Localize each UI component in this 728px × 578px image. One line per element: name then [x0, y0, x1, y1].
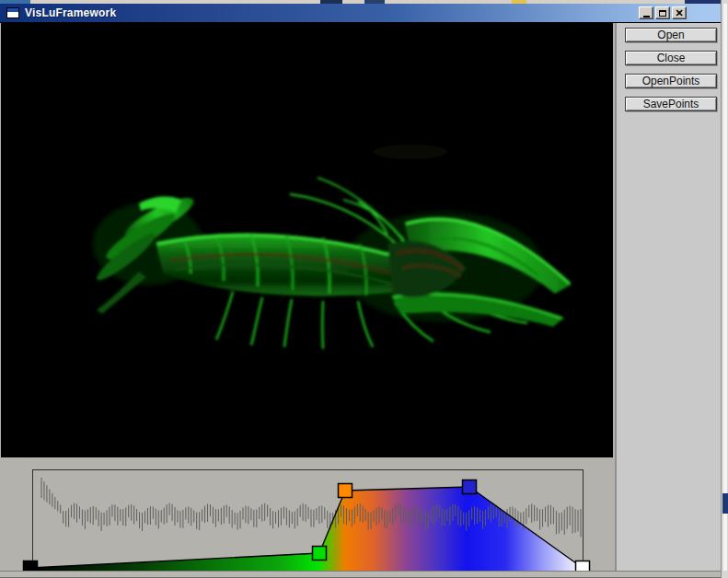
- close-icon: ✕: [675, 8, 683, 17]
- tf-control-point-blue[interactable]: [463, 480, 477, 494]
- minimize-button[interactable]: [639, 6, 653, 19]
- sidebar: OpenCloseOpenPointsSavePoints: [615, 23, 721, 571]
- open-points-button[interactable]: OpenPoints: [625, 74, 717, 88]
- tf-control-point-orange[interactable]: [339, 484, 352, 498]
- transfer-function-editor[interactable]: [0, 457, 615, 578]
- right-sliver-highlight: [723, 4, 727, 571]
- app-icon: [6, 7, 19, 18]
- close-button[interactable]: Close: [625, 51, 717, 65]
- maximize-icon: [659, 10, 666, 17]
- open-button[interactable]: Open: [625, 28, 717, 42]
- transfer-function-panel: [0, 457, 615, 578]
- lobster-rendering: [1, 23, 613, 457]
- render-viewport[interactable]: [1, 23, 613, 457]
- window-bottom-border: [0, 571, 721, 578]
- window-title: VisLuFramework: [25, 6, 116, 19]
- close-button[interactable]: ✕: [672, 6, 687, 19]
- save-points-button[interactable]: SavePoints: [625, 97, 717, 111]
- right-sliver-navy-block: [722, 493, 728, 514]
- transfer-function-fill: [30, 487, 583, 571]
- background-window-right-sliver: [721, 0, 728, 578]
- maximize-button[interactable]: [655, 6, 670, 19]
- faint-artifact: [374, 144, 447, 159]
- minimize-icon: [643, 16, 650, 17]
- application-window: VisLuFramework ✕: [0, 0, 728, 578]
- title-bar[interactable]: VisLuFramework ✕: [0, 4, 721, 23]
- tf-control-point-green[interactable]: [313, 547, 327, 561]
